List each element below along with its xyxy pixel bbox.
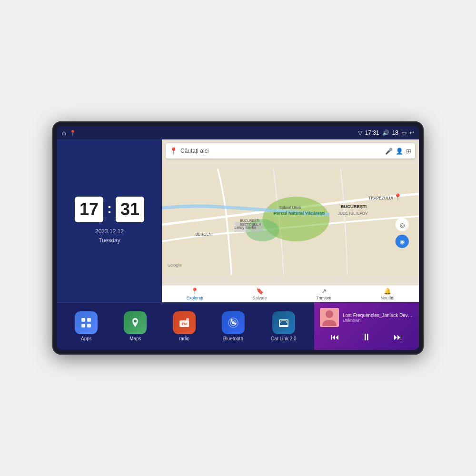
clock-minute: 31 bbox=[116, 197, 144, 222]
app-item-apps[interactable]: Apps bbox=[75, 311, 98, 341]
salvate-icon: 🔖 bbox=[256, 288, 264, 295]
map-nav-salvate[interactable]: 🔖 Salvate bbox=[253, 288, 267, 300]
radio-icon: FM bbox=[173, 311, 196, 334]
app-item-carlink[interactable]: Car Link 2.0 bbox=[271, 311, 297, 341]
app-item-maps[interactable]: Maps bbox=[124, 311, 147, 341]
apps-icon bbox=[75, 311, 98, 334]
svg-rect-21 bbox=[87, 318, 91, 322]
svg-text:SECTORUL 4: SECTORUL 4 bbox=[240, 223, 261, 226]
map-search-icons: 🎤 👤 ⊞ bbox=[385, 148, 411, 155]
svg-rect-23 bbox=[87, 324, 91, 327]
time-display: 17:31 bbox=[365, 129, 379, 136]
svg-text:📍: 📍 bbox=[394, 193, 402, 201]
music-thumb-art bbox=[320, 308, 339, 327]
map-svg: Parcul Natural Văcărești Leroy Merlin BU… bbox=[162, 159, 419, 285]
music-controls: ⏮ ⏸ ⏭ bbox=[320, 330, 413, 345]
battery-level: 18 bbox=[392, 129, 398, 136]
map-nav-trimiteti[interactable]: ↗ Trimiteți bbox=[316, 288, 331, 300]
map-search-bar[interactable]: 📍 Căutați aici 🎤 👤 ⊞ bbox=[166, 143, 415, 159]
map-background: Parcul Natural Văcărești Leroy Merlin BU… bbox=[162, 159, 419, 285]
music-panel: Lost Frequencies_Janieck Devy-... Unknow… bbox=[314, 303, 419, 350]
maps-icon bbox=[124, 311, 147, 334]
clock-panel: 17 : 31 2023.12.12 Tuesday bbox=[57, 139, 162, 302]
map-bottom-bar: 📍 Explorați 🔖 Salvate ↗ Trimiteți 🔔 bbox=[162, 285, 419, 302]
screen: ⌂ 📍 ▽ 17:31 🔊 18 ▭ ↩ 17 : bbox=[57, 126, 419, 350]
home-icon[interactable]: ⌂ bbox=[62, 129, 66, 137]
music-next-button[interactable]: ⏭ bbox=[392, 330, 404, 344]
apps-bar: Apps Maps bbox=[57, 303, 314, 350]
radio-label: radio bbox=[179, 336, 189, 341]
signal-icon: ▽ bbox=[358, 129, 362, 136]
svg-text:◉: ◉ bbox=[400, 238, 405, 245]
svg-text:BERCENI: BERCENI bbox=[195, 232, 212, 237]
music-play-button[interactable]: ⏸ bbox=[360, 330, 373, 345]
status-right: ▽ 17:31 🔊 18 ▭ ↩ bbox=[358, 129, 414, 136]
account-icon[interactable]: 👤 bbox=[396, 148, 403, 155]
volume-icon: 🔊 bbox=[382, 129, 389, 136]
music-info: Lost Frequencies_Janieck Devy-... Unknow… bbox=[320, 308, 413, 327]
mic-icon[interactable]: 🎤 bbox=[385, 148, 393, 155]
svg-rect-22 bbox=[81, 324, 85, 327]
app-item-bluetooth[interactable]: Bluetooth bbox=[222, 311, 245, 341]
music-prev-button[interactable]: ⏮ bbox=[329, 330, 341, 344]
map-panel[interactable]: 📍 Căutați aici 🎤 👤 ⊞ bbox=[162, 139, 419, 302]
music-artist: Unknown bbox=[343, 318, 413, 323]
svg-text:Splaiul Unirii: Splaiul Unirii bbox=[279, 206, 301, 210]
status-left: ⌂ 📍 bbox=[62, 129, 76, 137]
svg-rect-20 bbox=[81, 318, 85, 322]
svg-text:FM: FM bbox=[182, 322, 187, 326]
svg-text:Leroy Merlin: Leroy Merlin bbox=[235, 226, 257, 230]
bluetooth-icon bbox=[222, 311, 245, 334]
explorati-icon: 📍 bbox=[191, 288, 198, 295]
trimiteti-icon: ↗ bbox=[321, 288, 327, 295]
apps-label: Apps bbox=[81, 336, 92, 341]
back-icon[interactable]: ↩ bbox=[409, 129, 414, 136]
svg-text:JUDEȚUL ILFOV: JUDEȚUL ILFOV bbox=[338, 211, 368, 216]
svg-text:BUCUREȘTI: BUCUREȘTI bbox=[240, 219, 259, 223]
svg-text:◎: ◎ bbox=[400, 222, 405, 228]
map-pin-icon: 📍 bbox=[169, 147, 178, 155]
app-item-radio[interactable]: FM radio bbox=[173, 311, 196, 341]
svg-point-24 bbox=[134, 320, 137, 323]
map-nav-explorati[interactable]: 📍 Explorați bbox=[187, 288, 203, 300]
svg-point-27 bbox=[186, 318, 189, 321]
battery-icon: ▭ bbox=[401, 129, 407, 136]
clock-hour: 17 bbox=[75, 197, 103, 222]
carlink-label: Car Link 2.0 bbox=[271, 336, 297, 341]
layers-icon[interactable]: ⊞ bbox=[406, 148, 411, 155]
svg-text:Google: Google bbox=[168, 262, 182, 268]
maps-label: Maps bbox=[129, 336, 141, 341]
svg-text:BUCUREȘTI: BUCUREȘTI bbox=[341, 204, 367, 209]
music-title: Lost Frequencies_Janieck Devy-... bbox=[343, 313, 413, 318]
car-display-device: ⌂ 📍 ▽ 17:31 🔊 18 ▭ ↩ 17 : bbox=[52, 121, 424, 355]
bluetooth-label: Bluetooth bbox=[223, 336, 243, 341]
main-content: 17 : 31 2023.12.12 Tuesday 📍 Căutați aic… bbox=[57, 139, 419, 350]
svg-point-34 bbox=[286, 325, 288, 327]
music-thumbnail bbox=[320, 308, 339, 327]
svg-text:TRAPEZULUI: TRAPEZULUI bbox=[368, 196, 393, 200]
status-bar: ⌂ 📍 ▽ 17:31 🔊 18 ▭ ↩ bbox=[57, 126, 419, 139]
svg-point-33 bbox=[280, 325, 282, 327]
map-search-text[interactable]: Căutați aici bbox=[180, 148, 382, 154]
map-nav-noutati[interactable]: 🔔 Noutăți bbox=[381, 288, 395, 300]
carlink-icon bbox=[272, 311, 295, 334]
svg-text:Parcul Natural Văcărești: Parcul Natural Văcărești bbox=[274, 210, 325, 216]
svg-point-36 bbox=[326, 310, 333, 318]
clock-date: 2023.12.12 Tuesday bbox=[95, 227, 124, 245]
music-text: Lost Frequencies_Janieck Devy-... Unknow… bbox=[343, 313, 413, 323]
maps-nav-icon[interactable]: 📍 bbox=[69, 130, 76, 136]
noutati-icon: 🔔 bbox=[384, 288, 391, 295]
clock-colon: : bbox=[107, 200, 112, 217]
bottom-section: Apps Maps bbox=[57, 302, 419, 350]
top-section: 17 : 31 2023.12.12 Tuesday 📍 Căutați aic… bbox=[57, 139, 419, 302]
clock-display: 17 : 31 bbox=[75, 197, 144, 222]
